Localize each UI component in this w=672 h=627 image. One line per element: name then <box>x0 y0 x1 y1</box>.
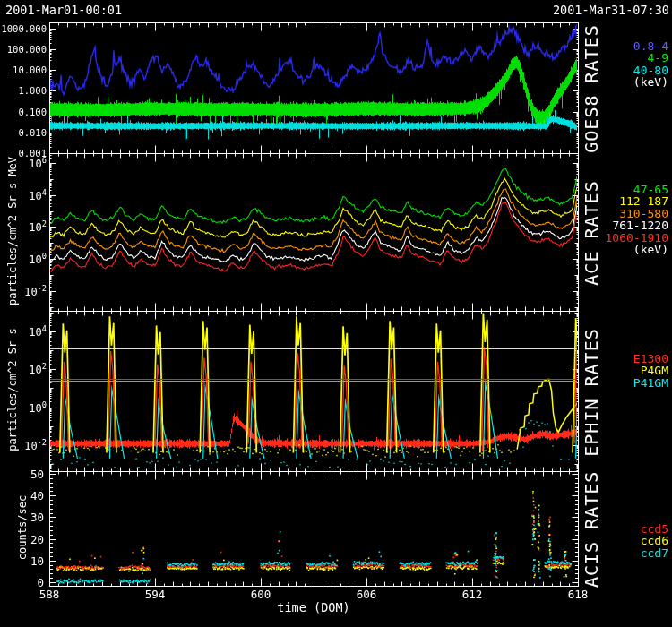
legend-entry: 40-80 <box>633 64 668 76</box>
legend-ace: 47-65112-187310-580761-12201060-1910(keV… <box>606 184 668 255</box>
y-tick-label: 104 <box>0 324 47 339</box>
legend-entry: 4-9 <box>633 52 668 64</box>
y-tick-label: 104 <box>0 188 47 202</box>
y-tick-label: 0.100 <box>0 107 47 117</box>
x-axis-label: time (DOM) <box>260 600 367 614</box>
end-datetime-label: 2001-Mar31-07:30 <box>553 3 669 17</box>
y-tick-label: 20 <box>0 533 44 546</box>
legend-entry: 1060-1910 <box>606 232 668 244</box>
y-axis-unit-acis: counts/sec <box>16 469 29 586</box>
legend-ephin: E1300P4GMP41GM <box>633 353 668 389</box>
legend-entry: 47-65 <box>606 184 668 195</box>
y-tick-label: 102 <box>0 219 47 234</box>
y-tick-label: 1000.000 <box>0 23 47 34</box>
legend-entry: 761-1220 <box>606 219 668 231</box>
legend-entry: ccd5 <box>641 523 668 535</box>
panel-title-goes8: GOES8 RATES <box>581 23 602 154</box>
x-tick-label: 606 <box>353 588 380 601</box>
x-tick-label: 612 <box>459 588 486 601</box>
y-tick-label: 10 <box>0 554 44 568</box>
panel-title-ace: ACE RATES <box>581 154 602 312</box>
legend-entry: 112-187 <box>606 195 668 207</box>
legend-acis: ccd5ccd6ccd7 <box>641 523 668 559</box>
radiation-rates-plot: 2001-Mar01-00:01 2001-Mar31-07:30 GOES8 … <box>0 0 672 627</box>
legend-entry: 310-580 <box>606 208 668 219</box>
legend-entry: ccd6 <box>641 535 668 546</box>
legend-goes8: 0.8-44-940-80(keV) <box>633 40 668 89</box>
legend-entry: (keV) <box>633 76 668 88</box>
y-tick-label: 100.000 <box>0 44 47 55</box>
y-tick-label: 106 <box>0 156 47 170</box>
y-tick-label: 0.010 <box>0 127 47 138</box>
legend-entry: P4GM <box>633 365 668 376</box>
legend-entry: 0.8-4 <box>633 40 668 52</box>
legend-entry: E1300 <box>633 353 668 365</box>
panel-title-ephin: EPHIN RATES <box>581 312 602 473</box>
x-tick-label: 618 <box>564 588 591 601</box>
x-tick-label: 600 <box>247 588 274 601</box>
panel-title-acis: ACIS RATES <box>581 471 602 588</box>
x-tick-label: 594 <box>142 588 168 601</box>
y-tick-label: 10.000 <box>0 64 47 75</box>
y-tick-label: 40 <box>0 489 44 502</box>
y-tick-label: 50 <box>0 468 44 481</box>
y-tick-label: 102 <box>0 362 47 376</box>
x-tick-label: 588 <box>36 588 63 601</box>
start-datetime-label: 2001-Mar01-00:01 <box>5 3 122 17</box>
legend-entry: (keV) <box>606 244 668 255</box>
y-tick-label: 30 <box>0 511 44 524</box>
y-tick-label: 10-2 <box>0 284 47 298</box>
y-tick-label: 10-2 <box>0 438 47 452</box>
y-tick-label: 100 <box>0 400 47 415</box>
legend-entry: P41GM <box>633 377 668 389</box>
y-tick-label: 100 <box>0 252 47 266</box>
y-tick-label: 1.000 <box>0 85 47 96</box>
legend-entry: ccd7 <box>641 547 668 559</box>
plot-canvas <box>0 0 672 627</box>
